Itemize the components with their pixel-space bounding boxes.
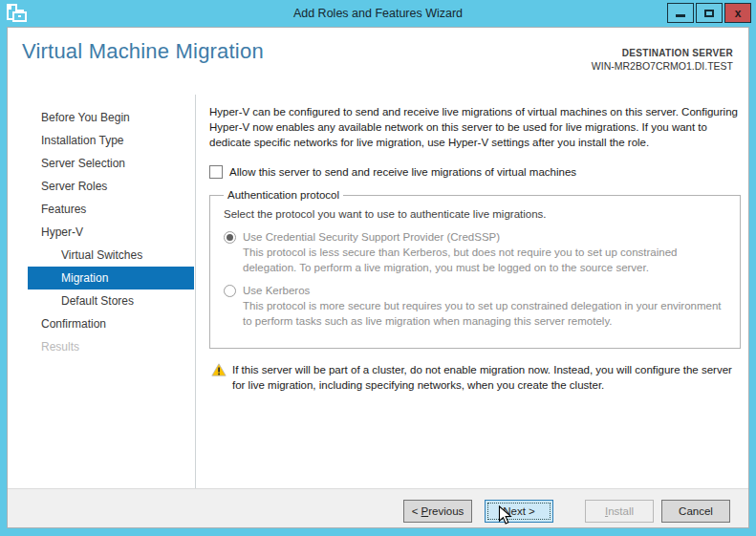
sidebar-item-before-you-begin[interactable]: Before You Begin (28, 106, 194, 129)
credssp-label: Use Credential Security Support Provider… (243, 229, 725, 245)
minimize-icon (676, 14, 685, 17)
kerberos-description: This protocol is more secure but require… (243, 298, 725, 329)
allow-migrations-row[interactable]: Allow this server to send and receive li… (209, 164, 741, 180)
destination-server-label: DESTINATION SERVER (592, 48, 733, 58)
cluster-warning-text: If this server will be part of a cluster… (232, 362, 741, 393)
titlebar[interactable]: Add Roles and Features Wizard x (0, 0, 756, 27)
sidebar-item-features[interactable]: Features (28, 198, 194, 221)
close-icon: x (735, 8, 742, 19)
credssp-radio (224, 231, 236, 244)
sidebar-item-server-roles[interactable]: Server Roles (28, 175, 194, 198)
server-manager-wizard-icon (7, 4, 28, 23)
credssp-description: This protocol is less secure than Kerber… (243, 245, 725, 275)
cancel-button[interactable]: Cancel (661, 500, 730, 523)
maximize-icon (704, 10, 714, 17)
minimize-button[interactable] (667, 3, 694, 23)
install-button: Install (585, 500, 654, 523)
kerberos-radio (224, 285, 236, 297)
kerberos-option: Use Kerberos This protocol is more secur… (224, 283, 728, 329)
protocol-instruction: Select the protocol you want to use to a… (224, 206, 728, 222)
cluster-warning: If this server will be part of a cluster… (209, 362, 741, 393)
wizard-steps-sidebar: Before You Begin Installation Type Serve… (8, 95, 196, 488)
sidebar-item-installation-type[interactable]: Installation Type (28, 129, 194, 152)
wizard-dialog: Virtual Machine Migration DESTINATION SE… (7, 27, 749, 528)
wizard-footer: < Previous Next > Install Cancel (8, 488, 748, 527)
authentication-protocol-group: Authentication protocol Select the proto… (209, 189, 741, 349)
page-title: Virtual Machine Migration (22, 39, 264, 64)
allow-migrations-checkbox[interactable] (209, 165, 223, 179)
page-content: Hyper-V can be configured to send and re… (209, 95, 741, 393)
sidebar-item-hyper-v[interactable]: Hyper-V (28, 221, 194, 244)
sidebar-item-confirmation[interactable]: Confirmation (28, 312, 194, 335)
sidebar-item-migration[interactable]: Migration (28, 267, 194, 289)
authentication-protocol-legend: Authentication protocol (224, 189, 343, 201)
wizard-window: Add Roles and Features Wizard x Virtual … (0, 0, 756, 536)
credssp-option: Use Credential Security Support Provider… (224, 229, 728, 275)
next-button[interactable]: Next > (485, 500, 553, 523)
window-title: Add Roles and Features Wizard (0, 7, 756, 20)
destination-server-name: WIN-MR2BO7CRMO1.DI.TEST (592, 60, 733, 72)
previous-button[interactable]: < Previous (403, 500, 472, 523)
wizard-header: Virtual Machine Migration DESTINATION SE… (8, 28, 748, 95)
close-button[interactable]: x (724, 3, 751, 23)
maximize-button[interactable] (696, 3, 723, 23)
destination-server-block: DESTINATION SERVER WIN-MR2BO7CRMO1.DI.TE… (592, 48, 733, 72)
allow-migrations-label: Allow this server to send and receive li… (229, 164, 576, 180)
kerberos-label: Use Kerberos (243, 283, 725, 298)
sidebar-item-results: Results (28, 335, 194, 358)
sidebar-item-virtual-switches[interactable]: Virtual Switches (28, 244, 194, 267)
intro-text: Hyper-V can be configured to send and re… (209, 104, 741, 150)
sidebar-item-default-stores[interactable]: Default Stores (28, 289, 194, 312)
wizard-body: Before You Begin Installation Type Serve… (8, 95, 748, 488)
warning-icon (211, 363, 227, 393)
sidebar-item-server-selection[interactable]: Server Selection (28, 152, 194, 175)
